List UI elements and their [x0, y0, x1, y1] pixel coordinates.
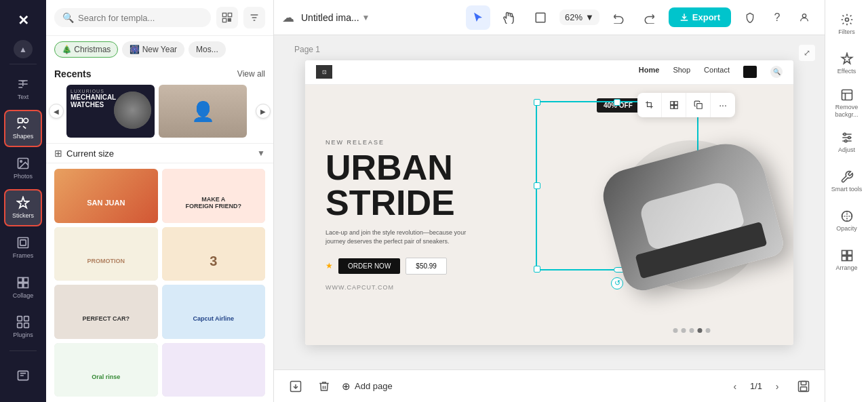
dot-3: [690, 328, 694, 333]
svg-rect-17: [228, 13, 231, 16]
svg-rect-23: [670, 105, 673, 108]
tag-more[interactable]: Mos...: [189, 41, 226, 58]
zoom-control[interactable]: 62% ▼: [559, 9, 599, 25]
search-box[interactable]: 🔍: [54, 8, 211, 27]
template-san-juan[interactable]: SAN JUAN: [54, 169, 158, 223]
sidebar-item-text-label: Text: [18, 94, 29, 100]
recent-thumb-portrait[interactable]: 👤: [159, 85, 247, 138]
doc-chevron-icon: ▼: [362, 13, 370, 22]
recents-title: Recents: [54, 68, 91, 79]
mock-shoe-image: [597, 135, 786, 295]
delete-button[interactable]: [313, 376, 335, 397]
fullscreen-button[interactable]: ⤢: [799, 45, 815, 61]
sidebar-item-shapes[interactable]: Shapes: [4, 110, 42, 147]
svg-point-2: [24, 119, 28, 123]
zoom-chevron-icon: ▼: [585, 12, 594, 22]
ft-layout-button[interactable]: [662, 93, 686, 117]
dot-1: [673, 328, 678, 333]
page-indicator: 1/1: [750, 381, 762, 391]
rs-smart-tools[interactable]: Smart tools: [828, 163, 866, 201]
add-page-button[interactable]: ⊕ Add page: [342, 380, 393, 393]
current-size-row[interactable]: ⊞ Current size ▼: [46, 143, 273, 163]
template-panel: 🔍 🎄 Christmas 🎆 New Year Mos... Recent: [46, 0, 274, 402]
sidebar-item-collage[interactable]: Collage: [4, 268, 42, 306]
select-tool-button[interactable]: [466, 5, 490, 30]
recents-carousel: ◀ LUXURIOUS MECHANICALWATCHES 👤 ▶: [46, 82, 273, 143]
frame-tool-button[interactable]: [528, 5, 553, 30]
sidebar-divider: [9, 64, 37, 64]
doc-name[interactable]: Untitled ima... ▼: [301, 12, 370, 23]
mock-description: Lace-up and join the style revolution—be…: [326, 228, 475, 247]
svg-point-20: [802, 14, 806, 17]
rs-effects[interactable]: Effects: [828, 45, 866, 83]
svg-rect-37: [847, 251, 852, 256]
save-all-button[interactable]: [793, 376, 814, 397]
page-prev-button[interactable]: ‹: [726, 377, 745, 396]
logo-button[interactable]: ✕: [11, 8, 35, 32]
search-input[interactable]: [78, 13, 203, 23]
sidebar-item-frames[interactable]: Frames: [4, 229, 42, 266]
svg-rect-12: [24, 317, 29, 321]
shield-button[interactable]: [738, 5, 762, 30]
mock-price-button: $50.99: [406, 258, 447, 275]
template-grid: SAN JUAN MAKE AFOREIGN FRIEND? PROMOTION…: [46, 163, 273, 402]
export-button[interactable]: Export: [669, 7, 731, 27]
ft-more-button[interactable]: ···: [711, 93, 735, 117]
mock-pagination-dots: [673, 328, 711, 333]
tag-christmas[interactable]: 🎄 Christmas: [54, 41, 118, 58]
canvas-frame: ⊡ Home Shop Contact 🔍 NEW RELEASE URBAN …: [305, 60, 793, 345]
sidebar-item-collage-label: Collage: [13, 292, 34, 299]
view-all-button[interactable]: View all: [237, 69, 265, 79]
tag-new-year[interactable]: 🎆 New Year: [122, 41, 184, 58]
current-size-label: Current size: [66, 148, 253, 159]
sidebar-item-plugins[interactable]: Plugins: [4, 308, 42, 346]
template-oral-rinse[interactable]: Oral rinse: [54, 343, 158, 397]
size-chevron-icon: ▼: [257, 148, 265, 158]
save-to-cloud-button[interactable]: [285, 376, 307, 397]
rs-adjust[interactable]: Adjust: [828, 123, 866, 161]
sidebar-item-stickers[interactable]: Stickers: [4, 189, 42, 226]
template-promotion[interactable]: PROMOTION: [54, 227, 158, 281]
svg-point-33: [848, 136, 850, 138]
canvas-area: Page 1 ⤢ ⊡ Home Shop Contact 🔍 NEW RELEA…: [274, 35, 825, 369]
svg-rect-13: [18, 323, 22, 328]
template-perfect-car[interactable]: PERFECT CAR?: [54, 285, 158, 339]
rs-remove-bg[interactable]: Remove backgr...: [828, 84, 866, 122]
recent-thumb-watches[interactable]: LUXURIOUS MECHANICALWATCHES: [66, 85, 155, 138]
qr-scan-button[interactable]: [216, 7, 238, 28]
template-extra[interactable]: [162, 343, 266, 397]
dot-2: [682, 328, 686, 333]
rs-filters[interactable]: Filters: [828, 5, 866, 43]
rs-opacity[interactable]: Opacity: [828, 202, 866, 240]
template-airline[interactable]: Capcut Airline: [162, 285, 266, 339]
rs-arrange[interactable]: Arrange: [828, 241, 866, 279]
ft-crop-button[interactable]: [637, 93, 662, 117]
filter-button[interactable]: [243, 7, 265, 28]
sidebar-item-text[interactable]: T Text: [4, 70, 42, 107]
mock-shoe-display: [604, 147, 780, 283]
svg-rect-5: [18, 238, 28, 248]
svg-rect-29: [801, 386, 807, 390]
account-button[interactable]: [792, 5, 816, 30]
svg-rect-1: [18, 119, 23, 123]
undo-button[interactable]: [606, 5, 631, 30]
collapse-button[interactable]: ▲: [14, 40, 33, 58]
help-button[interactable]: ?: [765, 5, 789, 30]
template-foundations[interactable]: 3: [162, 227, 266, 281]
sidebar-item-shapes-label: Shapes: [13, 133, 34, 140]
redo-button[interactable]: [637, 5, 662, 30]
sidebar-divider-2: [9, 350, 37, 351]
carousel-prev-button[interactable]: ◀: [49, 104, 64, 119]
svg-rect-18: [222, 18, 226, 22]
mock-logo: ⊡: [316, 65, 332, 79]
sidebar-item-extra[interactable]: [4, 357, 42, 394]
topbar: ☁ Untitled ima... ▼ 62% ▼: [274, 0, 825, 35]
page-next-button[interactable]: ›: [768, 377, 787, 396]
sidebar-item-photos[interactable]: Photos: [4, 150, 42, 187]
bottom-bar: ⊕ Add page ‹ 1/1 ›: [274, 369, 825, 402]
carousel-next-button[interactable]: ▶: [256, 104, 271, 119]
hand-tool-button[interactable]: [497, 5, 521, 30]
mock-cta-row: ★ ORDER NOW $50.99: [326, 258, 570, 275]
template-foreign-friend[interactable]: MAKE AFOREIGN FRIEND?: [162, 169, 266, 223]
ft-copy-button[interactable]: [686, 93, 711, 117]
